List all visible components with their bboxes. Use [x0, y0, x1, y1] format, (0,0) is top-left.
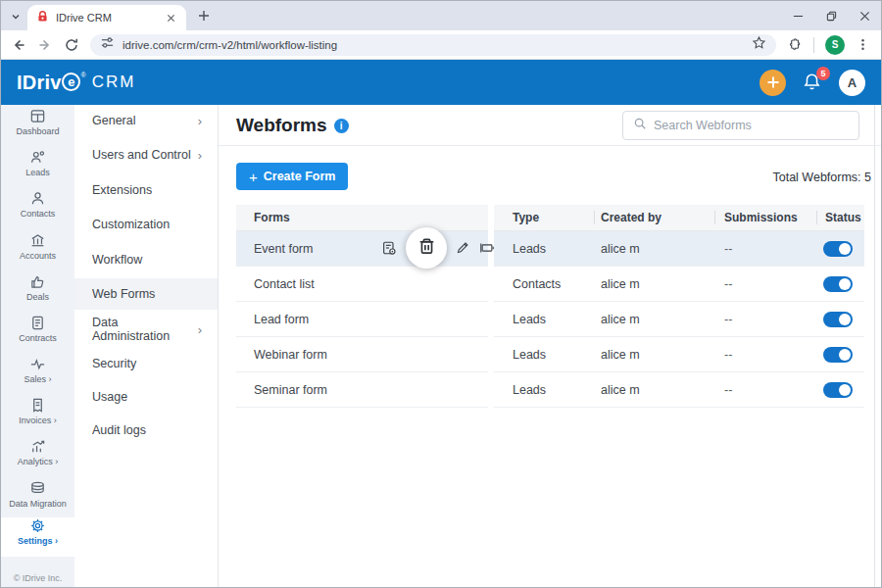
extensions-icon[interactable] [787, 37, 803, 53]
form-submissions: -- [724, 242, 732, 256]
submenu-item-audit-logs[interactable]: Audit logs [74, 416, 218, 445]
window-close-icon[interactable] [848, 1, 881, 30]
table-row: Leads alice m -- [494, 231, 864, 267]
edit-pencil-icon[interactable] [456, 240, 470, 258]
submenu-item-usage[interactable]: Usage [74, 382, 218, 412]
logo-e-mark: e [62, 73, 80, 91]
table-row[interactable]: Contact list [236, 267, 488, 302]
submenu-item-security[interactable]: Security [74, 349, 218, 378]
table-row[interactable]: Webinar form [236, 337, 488, 372]
tab-search-chevron-icon[interactable] [9, 10, 23, 24]
window-restore-icon[interactable] [814, 1, 848, 30]
search-webforms-box[interactable] [622, 111, 859, 140]
form-created-by: alice m [601, 313, 640, 326]
submenu-item-general[interactable]: General› [74, 106, 218, 135]
reload-icon[interactable] [64, 37, 79, 53]
form-name[interactable]: Seminar form [254, 383, 327, 397]
toolbar-separator [813, 37, 814, 53]
form-type: Leads [513, 242, 546, 256]
accounts-icon [1, 232, 74, 249]
sidebar-item-contacts[interactable]: Contacts [1, 190, 74, 229]
browser-tab[interactable]: IDrive CRM [27, 5, 186, 30]
browser-toolbar: idrive.com/crm/crm-v2/html/workflow-list… [1, 30, 881, 60]
table-row[interactable]: Lead form [236, 302, 488, 337]
column-header-status[interactable]: Status [825, 211, 861, 224]
preview-form-icon[interactable] [381, 240, 397, 259]
bookmark-star-icon[interactable] [752, 35, 766, 54]
sidebar-item-invoices[interactable]: Invoices › [1, 397, 74, 436]
table-row[interactable]: Seminar form [236, 372, 488, 408]
sidebar-item-data-migration[interactable]: Data Migration [1, 480, 74, 519]
status-toggle[interactable] [823, 347, 853, 363]
table-row: Contacts alice m -- [494, 267, 864, 302]
column-header-submissions[interactable]: Submissions [724, 211, 798, 224]
sidebar-item-leads[interactable]: Leads [1, 149, 74, 188]
search-input[interactable] [654, 119, 849, 132]
sidebar-item-accounts[interactable]: Accounts [1, 232, 74, 271]
invoices-icon [1, 397, 74, 414]
submenu-item-extensions[interactable]: Extensions [74, 175, 218, 205]
data-migration-icon [1, 480, 74, 497]
scrollbar-track[interactable] [874, 105, 875, 588]
notification-badge: 5 [816, 67, 830, 80]
sidebar-item-contracts[interactable]: Contracts [1, 315, 74, 354]
submenu-item-web-forms[interactable]: Web Forms [74, 278, 218, 310]
total-webforms-count: 5 [864, 171, 871, 184]
tab-close-icon[interactable] [164, 11, 177, 24]
submenu-item-workflow[interactable]: Workflow [74, 245, 218, 274]
copyright-text: © IDrive Inc. [1, 573, 74, 583]
form-name[interactable]: Contact list [254, 277, 315, 291]
notifications-bell-icon[interactable]: 5 [802, 72, 823, 93]
submenu-item-users-and-control[interactable]: Users and Control› [74, 140, 218, 170]
search-icon [633, 117, 647, 134]
submenu-item-data-administration[interactable]: Data Administration› [74, 315, 218, 344]
copy-form-icon[interactable] [479, 240, 495, 259]
sidebar-item-deals[interactable]: Deals [1, 273, 74, 313]
favicon-idrive-icon [36, 9, 49, 26]
table-row[interactable]: Event form [236, 231, 488, 267]
status-toggle[interactable] [823, 382, 853, 398]
status-toggle[interactable] [823, 241, 853, 257]
forms-table-left-panel: Forms Event form [236, 205, 488, 408]
window-minimize-icon[interactable] [781, 1, 814, 30]
column-separator [714, 211, 715, 224]
column-header-created-by[interactable]: Created by [601, 211, 662, 224]
sidebar-item-settings[interactable]: Settings › [1, 517, 74, 557]
form-name[interactable]: Event form [254, 242, 313, 256]
sidebar-item-analytics[interactable]: Analytics › [1, 438, 74, 477]
quick-add-button[interactable] [760, 70, 786, 96]
chevron-right-icon: › [198, 114, 202, 128]
delete-form-button[interactable] [406, 227, 447, 269]
contracts-icon [1, 315, 74, 331]
page-title: Webforms [236, 115, 327, 136]
icon-sidebar: Dashboard Leads Contacts Accounts Deals … [1, 105, 74, 588]
table-row: Leads alice m -- [494, 302, 864, 337]
user-avatar[interactable]: A [839, 70, 865, 96]
form-created-by: alice m [601, 383, 640, 397]
forward-icon[interactable] [37, 37, 53, 53]
form-name[interactable]: Webinar form [254, 348, 327, 362]
column-header-forms[interactable]: Forms [254, 211, 290, 224]
column-header-type[interactable]: Type [513, 211, 539, 224]
table-row: Leads alice m -- [494, 337, 864, 372]
new-tab-icon[interactable] [197, 9, 211, 23]
sidebar-item-dashboard[interactable]: Dashboard [1, 108, 74, 147]
url-text[interactable]: idrive.com/crm/crm-v2/html/workflow-list… [122, 39, 744, 51]
form-name[interactable]: Lead form [254, 313, 309, 326]
back-icon[interactable] [11, 37, 26, 53]
browser-profile-avatar[interactable]: S [825, 35, 845, 55]
tune-icon[interactable] [100, 35, 115, 54]
settings-submenu: General› Users and Control› Extensions C… [74, 105, 219, 588]
create-form-button[interactable]: + Create Form [236, 163, 348, 190]
form-type: Leads [513, 313, 546, 326]
sidebar-item-sales[interactable]: Sales › [1, 356, 74, 395]
sales-icon [1, 356, 74, 372]
submenu-item-customization[interactable]: Customization [74, 210, 218, 239]
status-toggle[interactable] [823, 312, 853, 327]
status-toggle[interactable] [823, 276, 853, 292]
logo-crm-text: CRM [92, 71, 136, 94]
address-bar[interactable]: idrive.com/crm/crm-v2/html/workflow-list… [90, 34, 776, 56]
info-icon[interactable]: i [334, 119, 349, 133]
form-submissions: -- [724, 348, 732, 362]
browser-menu-icon[interactable] [856, 37, 871, 53]
